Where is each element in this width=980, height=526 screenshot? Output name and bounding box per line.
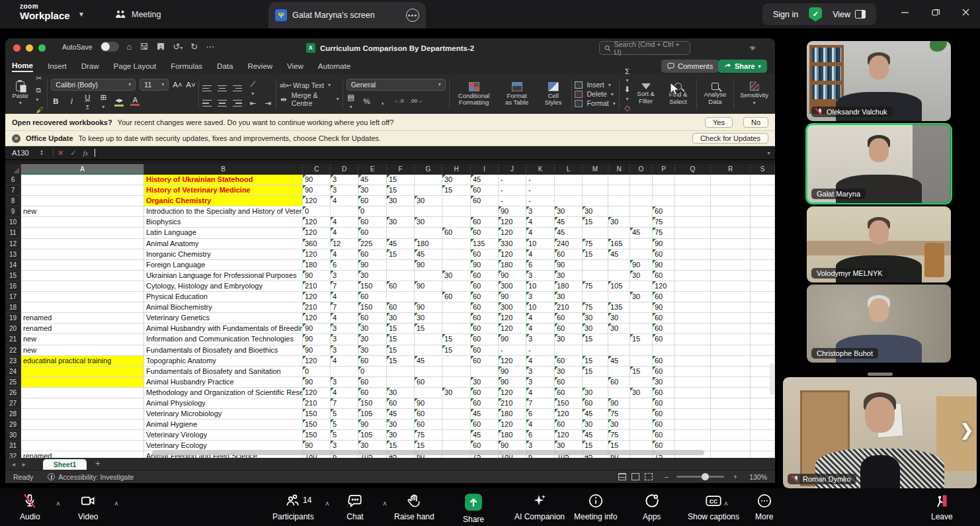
grid-cell[interactable] xyxy=(471,206,499,217)
grid-cell[interactable] xyxy=(21,249,144,260)
column-header-J[interactable]: J xyxy=(499,164,526,175)
grid-cell[interactable]: 45 xyxy=(387,409,415,419)
video-chevron-icon[interactable]: ˄ xyxy=(114,500,118,507)
grid-cell[interactable]: 120 xyxy=(499,419,526,430)
grid-cell[interactable]: 30 xyxy=(358,324,387,334)
raise-hand-button[interactable]: Raise hand xyxy=(394,492,434,521)
grid-cell[interactable] xyxy=(653,196,675,206)
grid-cell[interactable] xyxy=(751,419,775,430)
row-header-20[interactable]: 20 xyxy=(5,324,21,334)
row-header-28[interactable]: 28 xyxy=(5,409,21,419)
panel-drag-handle[interactable] xyxy=(868,373,893,376)
grid-cell[interactable]: 15 xyxy=(442,185,471,196)
grid-cell[interactable]: 60 xyxy=(358,228,387,238)
fill-down-icon[interactable]: ⬇ ▾ xyxy=(623,85,632,102)
next-participants-icon[interactable]: ❯ xyxy=(960,421,973,439)
column-header-O[interactable]: O xyxy=(630,164,653,175)
grid-cell[interactable] xyxy=(675,324,711,334)
grid-cell[interactable]: 60 xyxy=(415,377,442,388)
grid-cell[interactable]: 150 xyxy=(303,419,331,430)
grid-cell[interactable]: Introduction to the Specialty and Histor… xyxy=(144,206,303,217)
grid-cell[interactable] xyxy=(608,185,630,196)
grid-cell[interactable] xyxy=(442,196,471,206)
grid-cell[interactable] xyxy=(675,313,711,324)
grid-cell[interactable]: 120 xyxy=(499,217,526,228)
grid-cell[interactable]: 30 xyxy=(608,324,630,334)
grid-cell[interactable] xyxy=(711,388,751,398)
grid-cell[interactable] xyxy=(21,239,144,249)
grid-cell[interactable]: 120 xyxy=(653,281,675,292)
sign-in-button[interactable]: Sign in xyxy=(773,10,798,19)
row-header-16[interactable]: 16 xyxy=(5,281,21,292)
grid-cell[interactable]: 60 xyxy=(555,324,583,334)
grid-cell[interactable]: 60 xyxy=(653,398,675,409)
column-header-A[interactable]: A xyxy=(21,164,144,175)
grid-cell[interactable]: 45 xyxy=(583,430,608,441)
check-for-updates-button[interactable]: Check for Updates xyxy=(692,133,768,144)
grid-cell[interactable] xyxy=(751,313,775,324)
redo-icon[interactable]: ↻ xyxy=(190,42,198,52)
grid-cell[interactable] xyxy=(630,345,653,356)
column-header-N[interactable]: N xyxy=(608,164,630,175)
grid-cell[interactable] xyxy=(21,388,144,398)
normal-view-icon[interactable] xyxy=(618,473,626,480)
column-header-M[interactable]: M xyxy=(583,164,608,175)
grid-cell[interactable]: 4 xyxy=(331,228,358,238)
grid-cell[interactable] xyxy=(608,175,630,185)
grid-cell[interactable] xyxy=(711,302,751,313)
align-middle-icon[interactable] xyxy=(218,85,227,92)
grid-cell[interactable]: 120 xyxy=(499,228,526,238)
tab-options-icon[interactable]: ••• xyxy=(406,9,419,22)
sheet-tab-sheet1[interactable]: Sheet1 xyxy=(43,459,87,470)
grid-cell[interactable] xyxy=(415,206,442,217)
formula-expand-icon[interactable]: ▼ xyxy=(766,151,771,155)
row-header-17[interactable]: 17 xyxy=(5,292,21,302)
grid-cell[interactable]: 120 xyxy=(303,228,331,238)
align-top-icon[interactable] xyxy=(202,85,212,92)
grid-cell[interactable]: 60 xyxy=(471,271,499,281)
grid-cell[interactable]: 90 xyxy=(415,398,442,409)
grid-cell[interactable]: Veterinary Microbiology xyxy=(144,409,303,419)
grid-cell[interactable]: 4 xyxy=(526,228,555,238)
grid-cell[interactable] xyxy=(751,398,775,409)
grid-cell[interactable] xyxy=(442,324,471,334)
grid-cell[interactable]: 210 xyxy=(555,302,583,313)
grid-cell[interactable]: educatinal practical training xyxy=(21,356,144,367)
find-select-button[interactable]: Find & Select xyxy=(664,77,693,111)
grid-cell[interactable]: 90 xyxy=(499,334,526,345)
grid-cell[interactable] xyxy=(21,175,144,185)
horizontal-scrollbar[interactable] xyxy=(152,450,704,455)
grid-cell[interactable] xyxy=(21,419,144,430)
grid-cell[interactable]: 30 xyxy=(555,271,583,281)
select-all-corner[interactable] xyxy=(5,164,21,175)
grid-cell[interactable] xyxy=(711,345,751,356)
grid-cell[interactable] xyxy=(583,260,608,271)
minimize-button[interactable] xyxy=(898,8,911,17)
grid-cell[interactable] xyxy=(675,398,711,409)
grid-cell[interactable]: Latin Language xyxy=(144,228,303,238)
show-captions-button[interactable]: CCShow captions xyxy=(688,492,739,521)
grid-cell[interactable]: 150 xyxy=(358,398,387,409)
grid-cell[interactable]: 0 xyxy=(358,367,387,377)
grid-cell[interactable] xyxy=(21,185,144,196)
grid-cell[interactable] xyxy=(21,441,144,451)
underline-button[interactable]: U ▾ xyxy=(83,93,92,109)
accounting-format-icon[interactable]: ▤ ▾ xyxy=(347,93,356,110)
grid-cell[interactable]: Animal Biochemistry xyxy=(144,302,303,313)
grid-cell[interactable]: 105 xyxy=(358,409,387,419)
grid-cell[interactable] xyxy=(675,377,711,388)
grid-cell[interactable]: 150 xyxy=(358,302,387,313)
grid-cell[interactable]: Physical Education xyxy=(144,292,303,302)
grid-cell[interactable]: 30 xyxy=(583,388,608,398)
grid-cell[interactable] xyxy=(675,419,711,430)
grid-cell[interactable]: 90 xyxy=(303,185,331,196)
grid-cell[interactable]: 90 xyxy=(471,260,499,271)
grid-cell[interactable]: 30 xyxy=(442,271,471,281)
grid-cell[interactable]: 3 xyxy=(331,345,358,356)
mac-minimize-icon[interactable] xyxy=(26,44,33,52)
align-right-icon[interactable] xyxy=(233,100,242,107)
grid-cell[interactable]: 30 xyxy=(415,217,442,228)
grid-cell[interactable]: 120 xyxy=(303,313,331,324)
grid-cell[interactable]: 75 xyxy=(608,409,630,419)
grid-cell[interactable]: 60 xyxy=(653,334,675,345)
